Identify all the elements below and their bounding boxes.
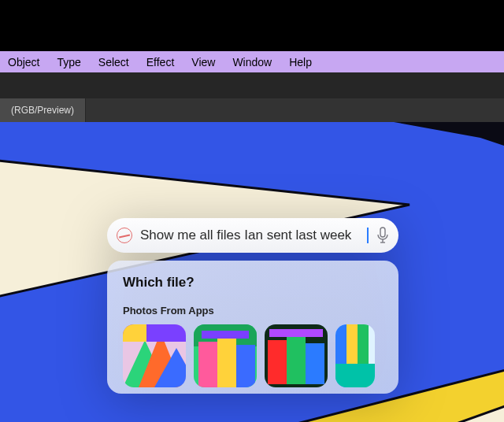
search-input[interactable]: Show me all files Ian sent last week bbox=[140, 228, 369, 243]
section-title: Photos From Apps bbox=[123, 305, 383, 316]
menu-window[interactable]: Window bbox=[232, 56, 272, 68]
svg-marker-18 bbox=[236, 345, 255, 387]
thumbnail[interactable] bbox=[123, 324, 186, 387]
svg-rect-19 bbox=[202, 331, 249, 339]
thumbnail[interactable] bbox=[265, 324, 328, 387]
toolbar-strip bbox=[0, 72, 504, 98]
menu-type[interactable]: Type bbox=[57, 56, 80, 68]
document-tab-label: (RGB/Preview) bbox=[11, 105, 74, 116]
svg-marker-22 bbox=[287, 332, 306, 384]
svg-marker-16 bbox=[198, 342, 217, 387]
svg-rect-24 bbox=[269, 329, 323, 337]
menu-bar: Object Type Select Effect View Window He… bbox=[0, 51, 504, 72]
thumbnail[interactable] bbox=[194, 324, 257, 387]
results-panel: Which file? Photos From Apps bbox=[107, 261, 398, 394]
spotlight-overlay: Show me all files Ian sent last week Whi… bbox=[107, 218, 398, 394]
panel-title: Which file? bbox=[123, 275, 383, 291]
svg-rect-5 bbox=[380, 228, 385, 237]
menu-help[interactable]: Help bbox=[289, 56, 312, 68]
document-tabs: (RGB/Preview) bbox=[0, 98, 504, 122]
menu-select[interactable]: Select bbox=[98, 56, 129, 68]
svg-rect-13 bbox=[123, 324, 146, 342]
title-bar bbox=[0, 0, 504, 51]
microphone-icon[interactable] bbox=[376, 227, 389, 244]
svg-marker-21 bbox=[268, 340, 287, 384]
menu-object[interactable]: Object bbox=[8, 56, 39, 68]
svg-marker-23 bbox=[306, 343, 324, 384]
svg-rect-29 bbox=[335, 364, 375, 387]
app-root: Object Type Select Effect View Window He… bbox=[0, 0, 504, 422]
document-tab[interactable]: (RGB/Preview) bbox=[0, 98, 86, 122]
menu-view[interactable]: View bbox=[191, 56, 215, 68]
svg-marker-17 bbox=[217, 334, 236, 387]
menu-effect[interactable]: Effect bbox=[146, 56, 175, 68]
thumbnail[interactable] bbox=[335, 324, 375, 387]
search-bar[interactable]: Show me all files Ian sent last week bbox=[107, 218, 398, 253]
siri-icon bbox=[117, 228, 132, 243]
thumbnail-row bbox=[123, 324, 383, 387]
